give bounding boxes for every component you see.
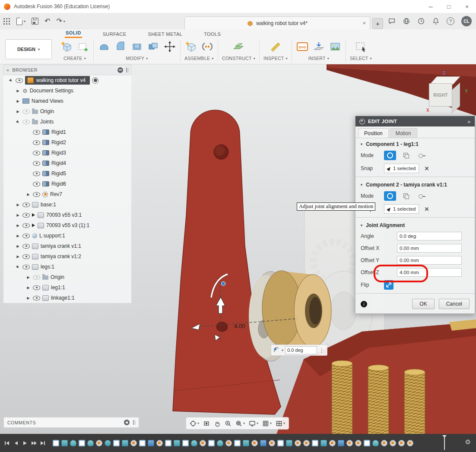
expand-arrow-icon[interactable]: ▶ (16, 224, 20, 228)
visibility-eye-icon[interactable] (33, 171, 40, 176)
timeline-feature-sketch-icon[interactable] (277, 440, 284, 446)
caret-down-icon[interactable]: ▾ (257, 421, 258, 425)
tree-item-legs[interactable]: ▶ legs:1 (3, 262, 131, 272)
angle-options-caret-icon[interactable]: ▾ (282, 348, 283, 352)
activate-component-radio[interactable] (92, 77, 98, 84)
tree-item-linkage1[interactable]: ▶ linkage1:1 (3, 293, 131, 303)
timeline-position-marker[interactable] (444, 436, 445, 450)
tree-item-document-settings[interactable]: ▶ ⚙ Document Settings (3, 85, 131, 96)
new-solid-icon[interactable] (60, 41, 73, 53)
visibility-eye-icon[interactable] (22, 223, 30, 228)
web-globe-icon[interactable] (403, 17, 410, 25)
timeline-feature-joint-icon[interactable] (96, 440, 102, 446)
tab-position[interactable]: Position (358, 128, 389, 138)
timeline-feature-joint-icon[interactable] (398, 440, 405, 446)
visibility-eye-icon[interactable] (22, 109, 30, 114)
visibility-eye-icon[interactable] (22, 120, 30, 124)
collapse-panel-icon[interactable]: « (6, 67, 9, 73)
expand-arrow-icon[interactable]: ▶ (15, 264, 21, 270)
tree-item-legs-origin[interactable]: ▶ Origin (3, 272, 131, 282)
go-to-end-button[interactable] (40, 440, 46, 446)
expand-comments-icon[interactable] (124, 420, 130, 425)
component1-section-header[interactable]: ▼ Component 1 - leg1:1 (355, 138, 475, 149)
timeline-feature-joint-icon[interactable] (130, 440, 137, 446)
document-tab[interactable]: walking robot tutor v4* × (184, 16, 370, 30)
workspace-selector[interactable]: DESIGN ▾ (5, 39, 52, 59)
expand-arrow-icon[interactable]: ▶ (26, 286, 31, 290)
timeline-feature-joint-icon[interactable] (381, 440, 387, 446)
visibility-eye-icon[interactable] (33, 140, 40, 145)
mode-simple-button[interactable] (384, 151, 396, 160)
timeline-feature-cyl-icon[interactable] (70, 440, 76, 446)
visibility-eye-icon[interactable] (33, 151, 40, 155)
expand-arrow-icon[interactable]: ▶ (16, 203, 20, 207)
visibility-eye-icon[interactable] (22, 202, 30, 207)
group-create-label[interactable]: CREATE ▾ (63, 55, 86, 62)
timeline-feature-sketch-icon[interactable] (53, 440, 59, 446)
timeline-feature-joint-icon[interactable] (225, 440, 232, 446)
view-cube-side-face[interactable] (452, 82, 460, 113)
play-button[interactable] (22, 440, 28, 446)
visibility-eye-icon[interactable] (22, 265, 30, 269)
measure-icon[interactable] (269, 41, 282, 53)
timeline-feature-joint-icon[interactable] (346, 440, 353, 446)
history-clock-icon[interactable] (417, 17, 425, 25)
group-select-label[interactable]: SELECT ▾ (350, 55, 372, 62)
file-menu-icon[interactable] (16, 18, 22, 25)
tree-item-70093-v55-v3-1[interactable]: ▶ 70093 v55 v3:1 (3, 210, 131, 220)
fit-tool[interactable]: ▾ (234, 420, 246, 427)
tab-sheet-metal[interactable]: SHEET METAL (147, 31, 183, 38)
grid-snaps-tool[interactable]: ▾ (261, 420, 273, 427)
visibility-eye-icon[interactable] (22, 244, 30, 249)
close-tab-icon[interactable]: × (362, 20, 366, 26)
expand-arrow-icon[interactable]: ▶ (15, 119, 21, 125)
timeline-feature-box-icon[interactable] (338, 440, 344, 446)
timeline-feature-extrude-icon[interactable] (122, 440, 128, 446)
mode-between-faces-button[interactable] (400, 191, 412, 201)
flip-button[interactable] (384, 280, 393, 290)
tab-motion[interactable]: Motion (390, 128, 417, 138)
tree-item-origin[interactable]: ▶ Origin (3, 106, 131, 117)
step-back-button[interactable] (13, 440, 19, 446)
caret-down-icon[interactable]: ▾ (270, 421, 272, 425)
dialog-expand-icon[interactable]: » (467, 118, 471, 125)
combine-icon[interactable] (147, 41, 160, 53)
timeline-feature-joint-icon[interactable] (329, 440, 336, 446)
more-options-icon[interactable]: ⋮ (319, 347, 324, 354)
expand-arrow-icon[interactable]: ▶ (16, 99, 20, 103)
panel-grip[interactable] (126, 68, 128, 73)
visibility-eye-icon[interactable] (33, 161, 40, 166)
timeline-feature-extrude-icon[interactable] (321, 440, 327, 446)
tree-item-joints[interactable]: ▶ Joints (3, 117, 131, 127)
tab-solid[interactable]: SOLID (65, 29, 82, 38)
expand-arrow-icon[interactable]: ▶ (16, 244, 20, 248)
visibility-eye-icon[interactable] (16, 78, 23, 83)
look-at-tool[interactable] (202, 420, 211, 427)
ok-button[interactable]: OK (412, 299, 434, 309)
save-icon[interactable] (32, 18, 38, 25)
view-cube-front-face[interactable]: RIGHT (429, 83, 452, 107)
component1-snap-selection[interactable]: 1 selected (384, 164, 419, 173)
timeline-feature-cyl-icon[interactable] (217, 440, 223, 446)
tab-tools[interactable]: TOOLS (203, 31, 222, 38)
undo-icon[interactable]: ↶ (44, 18, 50, 25)
offset-x-input[interactable] (397, 244, 462, 253)
expand-arrow-icon[interactable]: ▶ (26, 193, 31, 196)
timeline-feature-joint-icon[interactable] (295, 440, 301, 446)
joint-angle-toolbar[interactable]: ▾ ⋮ (271, 345, 327, 356)
tree-item-tamiya-crank-1[interactable]: ▶ tamiya crank v1:1 (3, 241, 131, 251)
caret-down-icon[interactable]: ▾ (283, 421, 285, 425)
visibility-eye-icon[interactable] (33, 192, 40, 197)
tree-item-base[interactable]: ▶ base:1 (3, 199, 131, 210)
create-sketch-icon[interactable] (76, 41, 89, 53)
timeline-feature-joint-icon[interactable] (303, 440, 310, 446)
mode-simple-button[interactable] (384, 191, 396, 201)
component2-snap-selection[interactable]: 1 selected (384, 204, 419, 214)
insert-derive-icon[interactable] (312, 41, 325, 53)
expand-arrow-icon[interactable]: ▶ (26, 296, 31, 300)
close-button[interactable]: × (458, 0, 476, 13)
orbit-tool[interactable]: ▾ (188, 420, 200, 427)
tab-surface[interactable]: SURFACE (102, 31, 127, 38)
new-component-icon[interactable] (184, 41, 197, 53)
comments-bubble-icon[interactable] (388, 17, 396, 25)
